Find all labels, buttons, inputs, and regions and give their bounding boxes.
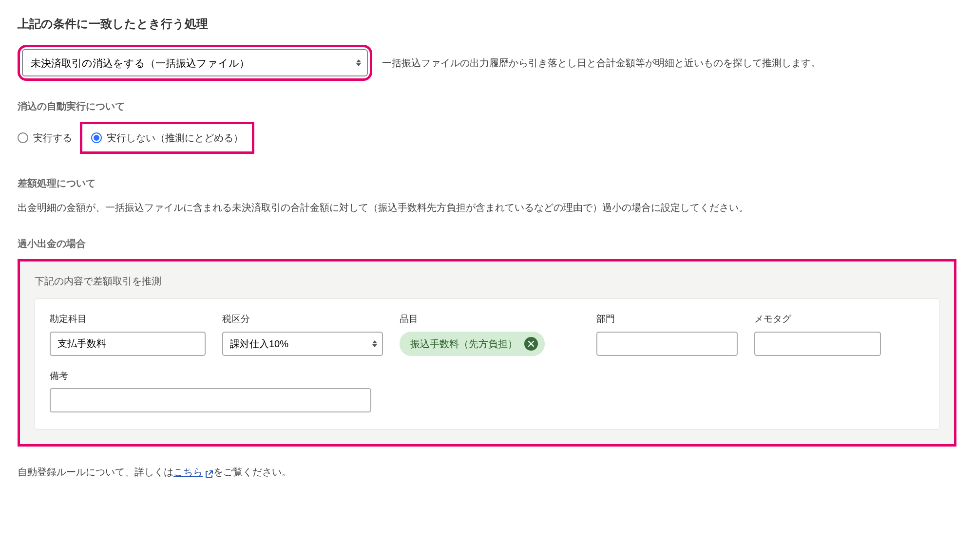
item-tag[interactable]: 振込手数料（先方負担） [400, 332, 545, 356]
field-tax-label: 税区分 [222, 312, 383, 326]
footer-link[interactable]: こちら [173, 464, 213, 480]
field-memotag-label: メモタグ [754, 312, 881, 326]
tax-select[interactable]: 課対仕入10% [222, 332, 383, 356]
footer-prefix: 自動登録ルールについて、詳しくは [18, 467, 173, 477]
action-select-wrap: 未決済取引の消込をする（一括振込ファイル） [22, 49, 368, 76]
field-memotag: メモタグ [754, 312, 881, 355]
diff-heading: 差額処理について [18, 175, 956, 191]
panel-title: 下記の内容で差額取引を推測 [35, 273, 939, 289]
close-icon[interactable] [524, 337, 538, 351]
auto-exec-radio-group: 実行する 実行しない（推測にとどめる） [18, 122, 956, 154]
field-dept-label: 部門 [596, 312, 738, 326]
field-tax: 税区分 課対仕入10% [222, 312, 383, 355]
radio-execute[interactable]: 実行する [18, 130, 72, 146]
action-row: 未決済取引の消込をする（一括振込ファイル） 一括振込ファイルの出力履歴から引き落… [18, 45, 956, 81]
footer-suffix: をご覧ください。 [213, 467, 291, 477]
footer-text: 自動登録ルールについて、詳しくはこちらをご覧ください。 [18, 464, 956, 480]
radio-no-execute-highlight: 実行しない（推測にとどめる） [80, 122, 254, 154]
fields-row-1: 勘定科目 税区分 課対仕入10% [50, 312, 924, 355]
panel-inner: 勘定科目 税区分 課対仕入10% [35, 299, 939, 429]
item-tag-text: 振込手数料（先方負担） [410, 336, 517, 352]
radio-no-execute[interactable]: 実行しない（推測にとどめる） [91, 130, 243, 146]
remark-input[interactable] [50, 388, 371, 412]
radio-execute-label: 実行する [33, 130, 72, 146]
undersized-panel-highlight: 下記の内容で差額取引を推測 勘定科目 税区分 課対仕入10% [18, 259, 956, 447]
radio-icon-checked [91, 132, 102, 143]
undersized-heading: 過小出金の場合 [18, 236, 956, 251]
field-item-label: 品目 [400, 312, 580, 326]
field-account: 勘定科目 [50, 312, 206, 355]
radio-icon [18, 132, 28, 143]
field-item: 品目 振込手数料（先方負担） [400, 312, 580, 355]
field-account-label: 勘定科目 [50, 312, 206, 326]
field-remark: 備考 [50, 369, 924, 412]
radio-no-execute-label: 実行しない（推測にとどめる） [107, 130, 243, 146]
account-input[interactable] [50, 332, 206, 356]
memotag-input[interactable] [754, 332, 881, 356]
auto-exec-heading: 消込の自動実行について [18, 98, 956, 114]
action-select[interactable]: 未決済取引の消込をする（一括振込ファイル） [22, 49, 368, 76]
dept-input[interactable] [596, 332, 738, 356]
action-select-highlight: 未決済取引の消込をする（一括振込ファイル） [18, 45, 372, 81]
main-heading: 上記の条件に一致したとき行う処理 [18, 15, 956, 33]
action-description: 一括振込ファイルの出力履歴から引き落とし日と合計金額等が明細と近いものを探して推… [382, 55, 821, 71]
field-dept: 部門 [596, 312, 738, 355]
diff-body: 出金明細の金額が、一括振込ファイルに含まれる未決済取引の合計金額に対して（振込手… [18, 199, 956, 216]
undersized-panel: 下記の内容で差額取引を推測 勘定科目 税区分 課対仕入10% [20, 261, 954, 444]
field-remark-label: 備考 [50, 369, 924, 383]
external-link-icon [205, 467, 213, 476]
